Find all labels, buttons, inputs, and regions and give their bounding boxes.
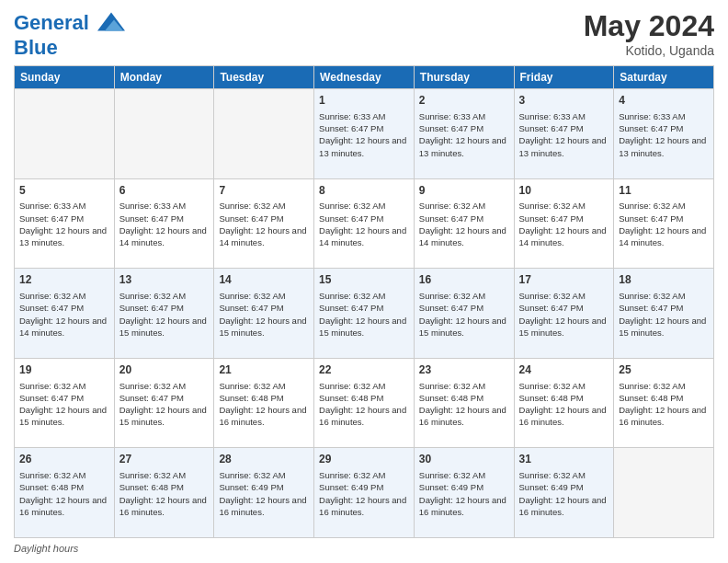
- day-info: Sunrise: 6:32 AMSunset: 6:47 PMDaylight:…: [319, 290, 409, 339]
- table-cell: 24Sunrise: 6:32 AMSunset: 6:48 PMDayligh…: [514, 358, 614, 448]
- day-info: Sunrise: 6:33 AMSunset: 6:47 PMDaylight:…: [419, 110, 509, 159]
- col-monday: Monday: [114, 66, 214, 89]
- day-number: 6: [119, 183, 210, 199]
- day-info: Sunrise: 6:32 AMSunset: 6:47 PMDaylight:…: [119, 380, 210, 429]
- table-cell: 9Sunrise: 6:32 AMSunset: 6:47 PMDaylight…: [414, 178, 514, 269]
- day-number: 20: [119, 362, 210, 378]
- day-number: 23: [419, 362, 509, 378]
- day-number: 17: [519, 272, 609, 288]
- day-number: 8: [319, 183, 409, 199]
- day-info: Sunrise: 6:33 AMSunset: 6:47 PMDaylight:…: [519, 110, 609, 159]
- footer: Daylight hours: [14, 543, 714, 554]
- day-number: 26: [19, 452, 109, 467]
- day-number: 27: [119, 452, 210, 467]
- day-info: Sunrise: 6:32 AMSunset: 6:47 PMDaylight:…: [19, 380, 109, 429]
- table-cell: 20Sunrise: 6:32 AMSunset: 6:47 PMDayligh…: [114, 358, 214, 448]
- calendar-header-row: Sunday Monday Tuesday Wednesday Thursday…: [15, 66, 714, 89]
- day-number: 11: [619, 183, 709, 199]
- table-cell: 8Sunrise: 6:32 AMSunset: 6:47 PMDaylight…: [314, 178, 415, 269]
- day-number: 16: [419, 272, 509, 288]
- logo-icon: [97, 10, 125, 38]
- logo: General Blue: [14, 10, 125, 58]
- month-year: May 2024: [584, 9, 714, 43]
- calendar: Sunday Monday Tuesday Wednesday Thursday…: [14, 65, 714, 538]
- table-cell: 16Sunrise: 6:32 AMSunset: 6:47 PMDayligh…: [414, 269, 514, 359]
- day-info: Sunrise: 6:33 AMSunset: 6:47 PMDaylight:…: [19, 200, 109, 248]
- day-number: 12: [19, 272, 109, 288]
- header: General Blue May 2024 Kotido, Uganda: [14, 9, 714, 58]
- day-info: Sunrise: 6:32 AMSunset: 6:48 PMDaylight:…: [19, 469, 109, 518]
- table-cell: 10Sunrise: 6:32 AMSunset: 6:47 PMDayligh…: [514, 178, 614, 269]
- day-info: Sunrise: 6:32 AMSunset: 6:47 PMDaylight:…: [619, 290, 709, 339]
- title-block: May 2024 Kotido, Uganda: [584, 9, 714, 58]
- col-saturday: Saturday: [614, 66, 714, 89]
- table-cell: 21Sunrise: 6:32 AMSunset: 6:48 PMDayligh…: [214, 358, 314, 448]
- day-number: 30: [419, 452, 509, 467]
- table-cell: 11Sunrise: 6:32 AMSunset: 6:47 PMDayligh…: [614, 178, 714, 269]
- table-cell: 6Sunrise: 6:33 AMSunset: 6:47 PMDaylight…: [114, 178, 214, 269]
- day-info: Sunrise: 6:32 AMSunset: 6:48 PMDaylight:…: [219, 380, 309, 429]
- table-cell: 30Sunrise: 6:32 AMSunset: 6:49 PMDayligh…: [414, 448, 514, 538]
- table-cell: 5Sunrise: 6:33 AMSunset: 6:47 PMDaylight…: [15, 178, 115, 269]
- day-info: Sunrise: 6:32 AMSunset: 6:47 PMDaylight:…: [219, 200, 309, 248]
- day-info: Sunrise: 6:32 AMSunset: 6:47 PMDaylight:…: [519, 290, 609, 339]
- day-number: 5: [19, 183, 109, 199]
- table-cell: 31Sunrise: 6:32 AMSunset: 6:49 PMDayligh…: [514, 448, 614, 538]
- table-cell: 7Sunrise: 6:32 AMSunset: 6:47 PMDaylight…: [214, 178, 314, 269]
- day-number: 18: [619, 272, 709, 288]
- day-number: 22: [319, 362, 409, 378]
- col-sunday: Sunday: [15, 66, 115, 89]
- calendar-row: 19Sunrise: 6:32 AMSunset: 6:47 PMDayligh…: [15, 358, 714, 448]
- day-info: Sunrise: 6:32 AMSunset: 6:47 PMDaylight:…: [419, 200, 509, 248]
- day-info: Sunrise: 6:32 AMSunset: 6:47 PMDaylight:…: [519, 200, 609, 248]
- table-cell: 25Sunrise: 6:32 AMSunset: 6:48 PMDayligh…: [614, 358, 714, 448]
- table-cell: 14Sunrise: 6:32 AMSunset: 6:47 PMDayligh…: [214, 269, 314, 359]
- day-info: Sunrise: 6:32 AMSunset: 6:47 PMDaylight:…: [19, 290, 109, 339]
- table-cell: [15, 89, 115, 179]
- day-number: 9: [419, 183, 509, 199]
- day-info: Sunrise: 6:32 AMSunset: 6:47 PMDaylight:…: [119, 290, 210, 339]
- day-info: Sunrise: 6:32 AMSunset: 6:47 PMDaylight:…: [419, 290, 509, 339]
- logo-blue: Blue: [14, 38, 125, 58]
- table-cell: 29Sunrise: 6:32 AMSunset: 6:49 PMDayligh…: [314, 448, 415, 538]
- day-number: 14: [219, 272, 309, 288]
- day-number: 15: [319, 272, 409, 288]
- day-info: Sunrise: 6:32 AMSunset: 6:48 PMDaylight:…: [619, 380, 709, 429]
- table-cell: 18Sunrise: 6:32 AMSunset: 6:47 PMDayligh…: [614, 269, 714, 359]
- day-number: 13: [119, 272, 210, 288]
- day-number: 1: [319, 93, 409, 109]
- day-info: Sunrise: 6:32 AMSunset: 6:49 PMDaylight:…: [419, 469, 509, 518]
- day-number: 4: [619, 93, 709, 109]
- col-friday: Friday: [514, 66, 614, 89]
- day-number: 10: [519, 183, 609, 199]
- table-cell: 3Sunrise: 6:33 AMSunset: 6:47 PMDaylight…: [514, 89, 614, 179]
- table-cell: [114, 89, 214, 179]
- table-cell: 2Sunrise: 6:33 AMSunset: 6:47 PMDaylight…: [414, 89, 514, 179]
- day-info: Sunrise: 6:33 AMSunset: 6:47 PMDaylight:…: [119, 200, 210, 248]
- table-cell: 4Sunrise: 6:33 AMSunset: 6:47 PMDaylight…: [614, 89, 714, 179]
- table-cell: 19Sunrise: 6:32 AMSunset: 6:47 PMDayligh…: [15, 358, 115, 448]
- day-number: 24: [519, 362, 609, 378]
- table-cell: [614, 448, 714, 538]
- day-info: Sunrise: 6:32 AMSunset: 6:48 PMDaylight:…: [119, 469, 210, 518]
- calendar-row: 12Sunrise: 6:32 AMSunset: 6:47 PMDayligh…: [15, 269, 714, 359]
- day-number: 7: [219, 183, 309, 199]
- day-number: 21: [219, 362, 309, 378]
- table-cell: 23Sunrise: 6:32 AMSunset: 6:48 PMDayligh…: [414, 358, 514, 448]
- calendar-row: 1Sunrise: 6:33 AMSunset: 6:47 PMDaylight…: [15, 89, 714, 179]
- day-number: 2: [419, 93, 509, 109]
- day-info: Sunrise: 6:32 AMSunset: 6:47 PMDaylight:…: [319, 200, 409, 248]
- table-cell: 1Sunrise: 6:33 AMSunset: 6:47 PMDaylight…: [314, 89, 415, 179]
- day-info: Sunrise: 6:32 AMSunset: 6:49 PMDaylight:…: [219, 469, 309, 518]
- calendar-row: 26Sunrise: 6:32 AMSunset: 6:48 PMDayligh…: [15, 448, 714, 538]
- location: Kotido, Uganda: [584, 43, 714, 58]
- table-cell: 13Sunrise: 6:32 AMSunset: 6:47 PMDayligh…: [114, 269, 214, 359]
- table-cell: 15Sunrise: 6:32 AMSunset: 6:47 PMDayligh…: [314, 269, 415, 359]
- day-info: Sunrise: 6:32 AMSunset: 6:48 PMDaylight:…: [519, 380, 609, 429]
- day-number: 28: [219, 452, 309, 467]
- table-cell: 17Sunrise: 6:32 AMSunset: 6:47 PMDayligh…: [514, 269, 614, 359]
- day-info: Sunrise: 6:32 AMSunset: 6:48 PMDaylight:…: [319, 380, 409, 429]
- table-cell: 26Sunrise: 6:32 AMSunset: 6:48 PMDayligh…: [15, 448, 115, 538]
- day-number: 19: [19, 362, 109, 378]
- table-cell: 12Sunrise: 6:32 AMSunset: 6:47 PMDayligh…: [15, 269, 115, 359]
